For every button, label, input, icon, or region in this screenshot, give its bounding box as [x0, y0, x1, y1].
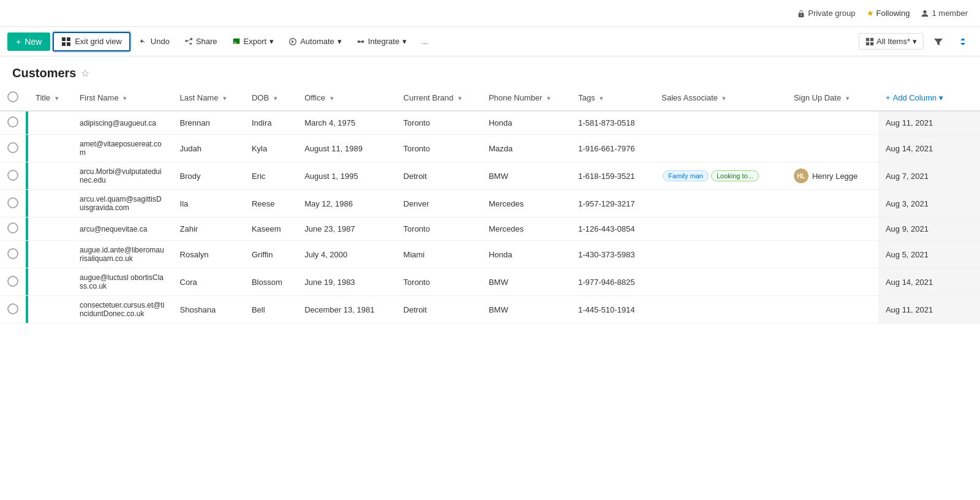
filter-button[interactable] [929, 33, 948, 50]
svg-rect-10 [866, 37, 869, 40]
row-addcol-cell [963, 190, 980, 218]
row-firstname-cell: Zahir [173, 218, 244, 241]
th-brand[interactable]: Current Brand ▾ [396, 85, 481, 111]
row-brand-cell: Honda [481, 111, 571, 135]
table-row[interactable]: adipiscing@augueut.caBrennanIndiraMarch … [0, 111, 980, 135]
more-button[interactable]: ... [415, 33, 434, 50]
row-title-cell [28, 135, 72, 162]
row-brand-cell: Honda [481, 241, 571, 268]
table-row[interactable]: arcu.vel.quam@sagittisDuisgravida.comIla… [0, 190, 980, 218]
select-all-checkbox[interactable] [7, 91, 18, 102]
table-row[interactable]: arcu.Morbi@vulputateduinec.eduBrodyEricA… [0, 162, 980, 190]
row-lastname-cell: Reese [244, 190, 297, 218]
title-sort-icon: ▾ [55, 94, 59, 102]
th-signup[interactable]: Sign Up Date ▾ [786, 85, 878, 111]
favorite-icon[interactable]: ☆ [81, 67, 89, 79]
row-indicator-cell [26, 218, 28, 241]
export-button[interactable]: x Export ▾ [226, 33, 281, 50]
th-sales[interactable]: Sales Associate ▾ [654, 85, 786, 111]
view-select[interactable]: All Items* ▾ [859, 33, 924, 50]
automate-label: Automate [300, 37, 334, 46]
row-brand-cell: BMW [481, 268, 571, 296]
add-col-plus: + [886, 93, 891, 102]
table-row[interactable]: amet@vitaeposuereat.comJudahKylaAugust 1… [0, 135, 980, 162]
add-column-header[interactable]: + Add Column ▾ [886, 93, 956, 102]
exit-grid-label: Exit grid view [75, 37, 122, 46]
row-select-cell[interactable] [0, 241, 26, 268]
row-sales-cell [786, 296, 878, 324]
row-office-cell: Toronto [396, 111, 481, 135]
svg-rect-0 [62, 37, 66, 41]
row-select-cell[interactable] [0, 218, 26, 241]
new-button[interactable]: + New [7, 32, 50, 51]
row-tags-cell [654, 268, 786, 296]
row-checkbox[interactable] [7, 197, 18, 208]
table-row[interactable]: augue.id.ante@liberomaurisaliquam.co.ukR… [0, 241, 980, 268]
select-all-header[interactable] [0, 85, 26, 111]
row-indicator-cell [26, 296, 28, 324]
svg-rect-1 [67, 37, 70, 41]
row-select-cell[interactable] [0, 111, 26, 135]
row-firstname-cell: Brody [173, 162, 244, 190]
th-title[interactable]: Title ▾ [28, 85, 72, 111]
row-firstname-cell: Cora [173, 268, 244, 296]
grid-icon [61, 37, 71, 47]
row-checkbox[interactable] [7, 116, 18, 127]
table-row[interactable]: augue@luctusl obortisClass.co.ukCoraBlos… [0, 268, 980, 296]
row-lastname-cell: Kyla [244, 135, 297, 162]
tags-sort-icon: ▾ [600, 94, 603, 102]
share-button[interactable]: Share [178, 33, 224, 50]
customers-table: Title ▾ First Name ▾ Last Name ▾ DOB ▾ O… [0, 85, 980, 324]
th-firstname[interactable]: First Name ▾ [72, 85, 173, 111]
row-checkbox[interactable] [7, 276, 18, 287]
indicator-bar [26, 268, 28, 295]
integrate-button[interactable]: Integrate ▾ [350, 33, 413, 50]
automate-button[interactable]: Automate ▾ [282, 33, 348, 50]
th-dob[interactable]: DOB ▾ [244, 85, 297, 111]
row-select-cell[interactable] [0, 296, 26, 324]
sales-name: Henry Legge [812, 172, 858, 181]
row-indicator-cell [26, 111, 28, 135]
row-dob-cell: June 19, 1983 [297, 268, 396, 296]
th-office[interactable]: Office ▾ [297, 85, 396, 111]
sales-sort-icon: ▾ [722, 94, 726, 102]
phone-sort-icon: ▾ [547, 94, 551, 102]
row-email-cell: amet@vitaeposuereat.com [72, 135, 173, 162]
th-tags[interactable]: Tags ▾ [571, 85, 654, 111]
row-checkbox[interactable] [7, 303, 18, 314]
row-office-cell: Toronto [396, 218, 481, 241]
tag-badge: Looking to... [711, 170, 759, 181]
th-title-label: Title [36, 93, 50, 102]
row-checkbox[interactable] [7, 142, 18, 153]
page-header: Customers ☆ [0, 56, 980, 85]
row-checkbox[interactable] [7, 248, 18, 259]
edit-columns-button[interactable] [953, 33, 973, 50]
th-phone-label: Phone Number [489, 93, 542, 102]
share-icon [184, 37, 193, 46]
undo-button[interactable]: Undo [133, 33, 176, 50]
row-addcol-cell [963, 111, 980, 135]
row-sales-cell [786, 268, 878, 296]
table-row[interactable]: arcu@nequevitae.caZahirKaseemJune 23, 19… [0, 218, 980, 241]
row-checkbox[interactable] [7, 170, 18, 181]
row-select-cell[interactable] [0, 268, 26, 296]
row-select-cell[interactable] [0, 190, 26, 218]
th-brand-label: Current Brand [404, 93, 454, 102]
member-count: 1 member [932, 9, 968, 18]
th-phone[interactable]: Phone Number ▾ [481, 85, 571, 111]
filter-icon [933, 37, 943, 47]
th-addcol[interactable]: + Add Column ▾ [878, 85, 963, 111]
exit-grid-view-button[interactable]: Exit grid view [53, 32, 130, 51]
row-email-cell: consectetuer.cursus.et@tinciduntDonec.co… [72, 296, 173, 324]
sales-associate: HL Henry Legge [794, 169, 871, 183]
table-row[interactable]: consectetuer.cursus.et@tinciduntDonec.co… [0, 296, 980, 324]
following-button[interactable]: ★ Following [867, 9, 910, 18]
row-title-cell [28, 162, 72, 190]
row-select-cell[interactable] [0, 135, 26, 162]
row-checkbox[interactable] [7, 222, 18, 233]
svg-text:x: x [234, 39, 236, 44]
th-lastname[interactable]: Last Name ▾ [173, 85, 244, 111]
row-email-cell: arcu.Morbi@vulputateduinec.edu [72, 162, 173, 190]
row-signup-cell: Aug 11, 2021 [878, 296, 963, 324]
row-select-cell[interactable] [0, 162, 26, 190]
